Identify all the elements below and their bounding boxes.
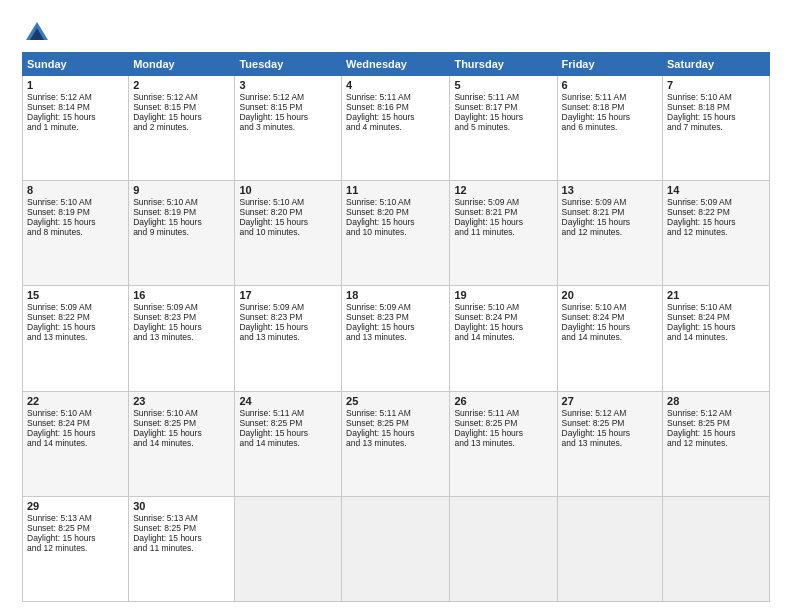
calendar-day-header: Saturday — [663, 53, 770, 76]
day-number: 4 — [346, 79, 445, 91]
day-info-line: Sunrise: 5:12 AM — [27, 92, 124, 102]
calendar-week-row: 15Sunrise: 5:09 AMSunset: 8:22 PMDayligh… — [23, 286, 770, 391]
day-info-line: Daylight: 15 hours — [27, 533, 124, 543]
day-info-line: and 13 minutes. — [27, 332, 124, 342]
day-info-line: Sunset: 8:18 PM — [667, 102, 765, 112]
day-number: 18 — [346, 289, 445, 301]
day-info-line: Sunset: 8:25 PM — [27, 523, 124, 533]
calendar-cell — [663, 496, 770, 601]
day-number: 2 — [133, 79, 230, 91]
day-info-line: Sunrise: 5:11 AM — [562, 92, 658, 102]
day-info-line: Daylight: 15 hours — [133, 533, 230, 543]
day-info-line: Sunrise: 5:10 AM — [454, 302, 552, 312]
calendar-cell — [342, 496, 450, 601]
calendar-cell: 24Sunrise: 5:11 AMSunset: 8:25 PMDayligh… — [235, 391, 342, 496]
day-number: 19 — [454, 289, 552, 301]
calendar-cell: 30Sunrise: 5:13 AMSunset: 8:25 PMDayligh… — [129, 496, 235, 601]
day-info-line: Sunset: 8:15 PM — [133, 102, 230, 112]
day-info-line: Sunset: 8:16 PM — [346, 102, 445, 112]
day-info-line: and 11 minutes. — [454, 227, 552, 237]
day-info-line: Daylight: 15 hours — [454, 217, 552, 227]
calendar-cell — [450, 496, 557, 601]
calendar-cell: 3Sunrise: 5:12 AMSunset: 8:15 PMDaylight… — [235, 76, 342, 181]
day-info-line: and 7 minutes. — [667, 122, 765, 132]
day-info-line: Daylight: 15 hours — [346, 217, 445, 227]
day-info-line: Sunrise: 5:12 AM — [133, 92, 230, 102]
day-number: 10 — [239, 184, 337, 196]
day-number: 8 — [27, 184, 124, 196]
day-info-line: and 14 minutes. — [667, 332, 765, 342]
day-info-line: and 14 minutes. — [27, 438, 124, 448]
day-info-line: Sunset: 8:17 PM — [454, 102, 552, 112]
day-info-line: Sunset: 8:25 PM — [346, 418, 445, 428]
calendar-cell: 18Sunrise: 5:09 AMSunset: 8:23 PMDayligh… — [342, 286, 450, 391]
day-number: 14 — [667, 184, 765, 196]
day-number: 28 — [667, 395, 765, 407]
day-info-line: Sunrise: 5:09 AM — [346, 302, 445, 312]
day-info-line: Sunset: 8:21 PM — [454, 207, 552, 217]
calendar-week-row: 29Sunrise: 5:13 AMSunset: 8:25 PMDayligh… — [23, 496, 770, 601]
calendar-cell: 1Sunrise: 5:12 AMSunset: 8:14 PMDaylight… — [23, 76, 129, 181]
day-number: 25 — [346, 395, 445, 407]
day-info-line: Daylight: 15 hours — [239, 428, 337, 438]
day-info-line: Daylight: 15 hours — [454, 322, 552, 332]
page: SundayMondayTuesdayWednesdayThursdayFrid… — [0, 0, 792, 612]
day-info-line: and 3 minutes. — [239, 122, 337, 132]
calendar-cell: 10Sunrise: 5:10 AMSunset: 8:20 PMDayligh… — [235, 181, 342, 286]
day-number: 24 — [239, 395, 337, 407]
day-info-line: Daylight: 15 hours — [562, 112, 658, 122]
calendar-cell: 8Sunrise: 5:10 AMSunset: 8:19 PMDaylight… — [23, 181, 129, 286]
day-info-line: Sunrise: 5:10 AM — [133, 408, 230, 418]
day-info-line: Sunset: 8:22 PM — [667, 207, 765, 217]
calendar-week-row: 22Sunrise: 5:10 AMSunset: 8:24 PMDayligh… — [23, 391, 770, 496]
calendar-day-header: Friday — [557, 53, 662, 76]
calendar-cell: 13Sunrise: 5:09 AMSunset: 8:21 PMDayligh… — [557, 181, 662, 286]
day-info-line: Sunrise: 5:11 AM — [239, 408, 337, 418]
day-info-line: Daylight: 15 hours — [562, 428, 658, 438]
calendar-header-row: SundayMondayTuesdayWednesdayThursdayFrid… — [23, 53, 770, 76]
calendar-cell: 16Sunrise: 5:09 AMSunset: 8:23 PMDayligh… — [129, 286, 235, 391]
calendar-cell: 19Sunrise: 5:10 AMSunset: 8:24 PMDayligh… — [450, 286, 557, 391]
day-info-line: and 13 minutes. — [346, 438, 445, 448]
day-number: 22 — [27, 395, 124, 407]
day-number: 13 — [562, 184, 658, 196]
calendar-cell: 12Sunrise: 5:09 AMSunset: 8:21 PMDayligh… — [450, 181, 557, 286]
day-info-line: Sunrise: 5:09 AM — [667, 197, 765, 207]
day-info-line: Sunset: 8:25 PM — [239, 418, 337, 428]
day-info-line: and 12 minutes. — [27, 543, 124, 553]
day-info-line: Daylight: 15 hours — [27, 217, 124, 227]
calendar: SundayMondayTuesdayWednesdayThursdayFrid… — [22, 52, 770, 602]
day-info-line: Sunset: 8:23 PM — [346, 312, 445, 322]
calendar-cell: 21Sunrise: 5:10 AMSunset: 8:24 PMDayligh… — [663, 286, 770, 391]
day-info-line: and 12 minutes. — [562, 227, 658, 237]
day-info-line: and 8 minutes. — [27, 227, 124, 237]
day-info-line: and 13 minutes. — [133, 332, 230, 342]
calendar-cell: 22Sunrise: 5:10 AMSunset: 8:24 PMDayligh… — [23, 391, 129, 496]
day-number: 26 — [454, 395, 552, 407]
day-info-line: Daylight: 15 hours — [239, 322, 337, 332]
day-info-line: Daylight: 15 hours — [27, 428, 124, 438]
day-info-line: and 10 minutes. — [239, 227, 337, 237]
day-number: 9 — [133, 184, 230, 196]
calendar-day-header: Monday — [129, 53, 235, 76]
day-info-line: Sunrise: 5:09 AM — [454, 197, 552, 207]
day-number: 21 — [667, 289, 765, 301]
calendar-week-row: 1Sunrise: 5:12 AMSunset: 8:14 PMDaylight… — [23, 76, 770, 181]
calendar-cell: 23Sunrise: 5:10 AMSunset: 8:25 PMDayligh… — [129, 391, 235, 496]
day-info-line: Daylight: 15 hours — [239, 217, 337, 227]
day-info-line: Sunset: 8:15 PM — [239, 102, 337, 112]
day-info-line: Sunrise: 5:10 AM — [667, 302, 765, 312]
day-info-line: Sunset: 8:25 PM — [667, 418, 765, 428]
day-info-line: Sunrise: 5:11 AM — [454, 408, 552, 418]
day-info-line: Sunset: 8:20 PM — [346, 207, 445, 217]
day-number: 7 — [667, 79, 765, 91]
day-info-line: and 5 minutes. — [454, 122, 552, 132]
calendar-cell: 27Sunrise: 5:12 AMSunset: 8:25 PMDayligh… — [557, 391, 662, 496]
day-info-line: and 14 minutes. — [454, 332, 552, 342]
calendar-cell: 26Sunrise: 5:11 AMSunset: 8:25 PMDayligh… — [450, 391, 557, 496]
logo-area — [22, 18, 56, 48]
day-number: 1 — [27, 79, 124, 91]
day-info-line: Sunset: 8:20 PM — [239, 207, 337, 217]
day-info-line: and 11 minutes. — [133, 543, 230, 553]
day-info-line: Daylight: 15 hours — [346, 322, 445, 332]
